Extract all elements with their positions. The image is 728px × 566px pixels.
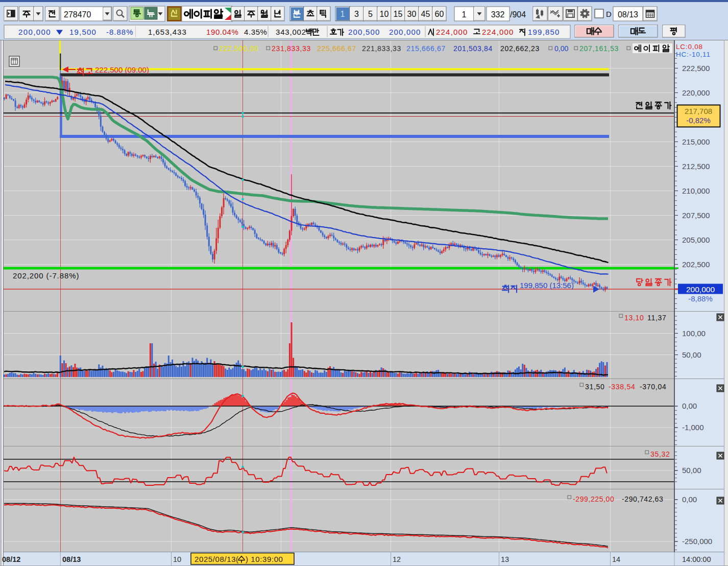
svg-text:60: 60 — [435, 10, 444, 18]
svg-text:1,653,433: 1,653,433 — [148, 28, 187, 36]
svg-text:HC:-10,11: HC:-10,11 — [676, 51, 711, 58]
svg-text:221,833,33: 221,833,33 — [362, 44, 401, 53]
svg-text:08/13: 08/13 — [62, 555, 81, 563]
svg-text:-299,225,00: -299,225,00 — [573, 495, 614, 503]
svg-text:10: 10 — [380, 10, 389, 18]
svg-text:224,000: 224,000 — [482, 28, 514, 36]
svg-text:13,10: 13,10 — [624, 314, 644, 322]
svg-text:-8.88%: -8.88% — [106, 28, 134, 36]
svg-text:0,00: 0,00 — [682, 495, 697, 504]
svg-text:215,666,67: 215,666,67 — [406, 44, 446, 53]
svg-text:-1,000: -1,000 — [682, 423, 704, 432]
svg-text:224,000: 224,000 — [436, 28, 468, 36]
svg-text:343,002: 343,002 — [276, 28, 306, 36]
svg-text:190.04%: 190.04% — [206, 28, 238, 36]
svg-text:-250,000: -250,000 — [682, 537, 712, 546]
svg-text:278470: 278470 — [64, 10, 91, 19]
svg-text:199,850 (13:56): 199,850 (13:56) — [520, 281, 574, 290]
svg-text:202,200 (-7.88%): 202,200 (-7.88%) — [13, 271, 79, 280]
svg-text:332: 332 — [491, 10, 505, 19]
svg-text:LC:0,08: LC:0,08 — [676, 43, 703, 51]
svg-text:199,850: 199,850 — [528, 28, 560, 36]
svg-text:) 10:39:00: ) 10:39:00 — [246, 555, 283, 563]
svg-text:205,000: 205,000 — [682, 235, 710, 244]
svg-text:30: 30 — [407, 10, 417, 18]
svg-text:-290,742,63: -290,742,63 — [622, 495, 663, 503]
svg-text:3: 3 — [354, 10, 359, 18]
svg-text:200,000: 200,000 — [389, 28, 421, 36]
svg-text:212,500: 212,500 — [682, 162, 710, 171]
svg-text:0,00: 0,00 — [682, 402, 697, 410]
svg-text:19,500: 19,500 — [69, 28, 96, 36]
svg-text:2025/08/13(: 2025/08/13( — [195, 555, 239, 563]
svg-text:14:00:00: 14:00:00 — [682, 555, 711, 563]
svg-text:207,500: 207,500 — [682, 211, 710, 220]
svg-text:D: D — [606, 10, 612, 18]
svg-text:225,666,67: 225,666,67 — [317, 44, 356, 53]
svg-text:/904: /904 — [510, 10, 526, 19]
svg-text:222,500 (09:00): 222,500 (09:00) — [95, 65, 149, 74]
svg-text:200,500: 200,500 — [348, 28, 380, 36]
svg-text:12: 12 — [393, 555, 401, 563]
svg-text:14: 14 — [612, 555, 620, 563]
svg-text:08/12: 08/12 — [2, 555, 20, 563]
svg-text:11,37: 11,37 — [647, 314, 667, 322]
svg-text:-338,54: -338,54 — [609, 383, 635, 391]
svg-text:50,00: 50,00 — [682, 466, 701, 475]
svg-text:-370,04: -370,04 — [640, 383, 666, 391]
svg-text:45: 45 — [421, 10, 430, 18]
svg-text:220,000: 220,000 — [682, 88, 710, 97]
svg-text:210,000: 210,000 — [682, 186, 710, 195]
svg-text:100,00: 100,00 — [682, 329, 706, 338]
svg-text:13: 13 — [501, 555, 509, 563]
svg-text:222,500,00: 222,500,00 — [219, 44, 258, 53]
svg-text:207,161,53: 207,161,53 — [579, 44, 619, 53]
svg-text:1: 1 — [341, 10, 345, 18]
svg-text:231,833,33: 231,833,33 — [272, 44, 311, 53]
svg-text:201,503,84: 201,503,84 — [453, 44, 493, 53]
svg-text:202,662,23: 202,662,23 — [500, 44, 540, 53]
svg-text:215,000: 215,000 — [682, 137, 710, 146]
svg-text:-8,88%: -8,88% — [688, 294, 713, 303]
svg-text:50,00: 50,00 — [682, 350, 701, 359]
svg-text:222,500: 222,500 — [682, 64, 710, 73]
svg-text:200,000: 200,000 — [18, 28, 51, 36]
svg-text:31,50: 31,50 — [585, 383, 605, 391]
svg-text:0,00: 0,00 — [554, 44, 568, 53]
svg-text:-0,82%: -0,82% — [686, 116, 711, 125]
svg-text:08/13: 08/13 — [618, 10, 638, 19]
svg-text:217,708: 217,708 — [685, 107, 712, 115]
svg-text:15: 15 — [394, 10, 403, 18]
svg-text:200,000: 200,000 — [686, 285, 715, 294]
svg-text:202,500: 202,500 — [682, 260, 710, 269]
svg-text:35,32: 35,32 — [650, 450, 670, 458]
svg-text:1: 1 — [462, 10, 467, 19]
svg-text:5: 5 — [368, 10, 373, 18]
svg-text:4.35%: 4.35% — [244, 28, 268, 36]
svg-text:10: 10 — [173, 555, 181, 563]
